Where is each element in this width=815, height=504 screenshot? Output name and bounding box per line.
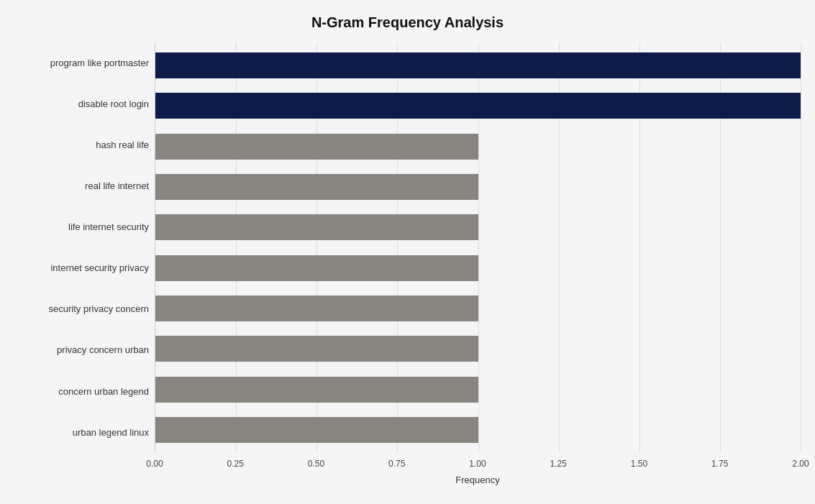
bar-row [155,412,801,448]
x-tick: 0.75 [388,459,405,469]
bar [155,174,478,200]
y-label: urban legend linux [14,412,149,453]
grid-line [801,42,801,453]
y-label: security privacy concern [14,289,149,330]
bar-row [155,331,801,367]
y-labels: program like portmasterdisable root logi… [14,42,155,453]
chart-container: N-Gram Frequency Analysis program like p… [0,0,815,504]
bar [155,336,478,362]
bar [155,255,478,281]
x-tick: 1.25 [550,459,567,469]
x-tick: 1.50 [631,459,647,469]
bar [155,295,478,321]
x-tick: 1.00 [469,459,486,469]
bar [155,52,801,78]
x-axis: 0.000.250.500.751.001.251.501.752.00 [155,456,801,473]
y-label: concern urban legend [14,371,149,412]
bar [155,377,478,403]
bar-row [155,209,801,245]
grid-and-bars [155,42,801,453]
x-tick: 0.00 [146,459,163,469]
y-label: life internet security [14,206,149,247]
bar-row [155,129,801,165]
x-tick: 2.00 [792,459,809,469]
bar-row [155,290,801,326]
bar-row [155,372,801,408]
bars-wrapper [155,42,801,453]
bar-row [155,47,801,83]
bar-row [155,250,801,286]
bar-row [155,88,801,124]
x-tick: 0.50 [308,459,324,469]
bar [155,417,478,443]
y-label: real life internet [14,165,149,206]
x-tick: 1.75 [711,459,728,469]
bar [155,214,478,240]
bar [155,93,801,119]
bar-row [155,169,801,205]
x-axis-label: Frequency [155,475,801,485]
x-tick: 0.25 [227,459,244,469]
chart-area: program like portmasterdisable root logi… [14,42,801,453]
plot-area [155,42,801,453]
bar [155,134,478,160]
x-axis-bottom: 0.000.250.500.751.001.251.501.752.00 Fre… [155,456,801,485]
y-label: privacy concern urban [14,330,149,371]
y-label: disable root login [14,83,149,124]
y-label: program like portmaster [14,42,149,83]
y-label: hash real life [14,124,149,165]
chart-title: N-Gram Frequency Analysis [14,14,801,31]
y-label: internet security privacy [14,248,149,289]
